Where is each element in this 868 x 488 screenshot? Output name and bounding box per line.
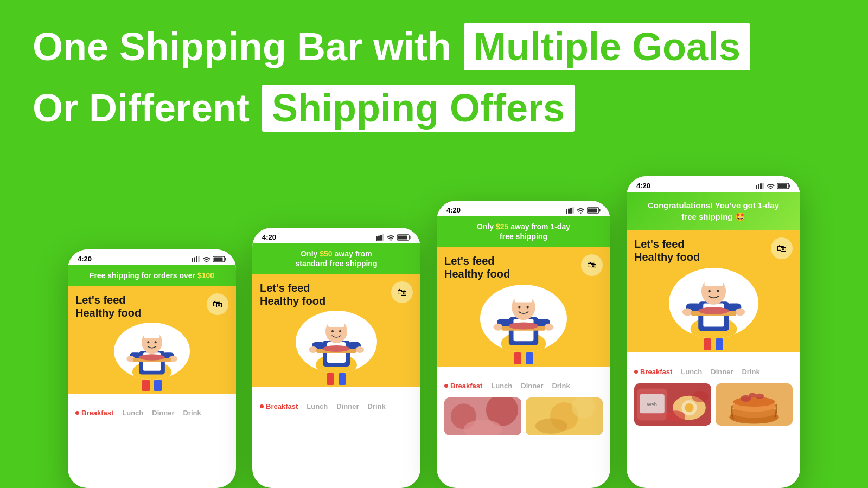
headline-highlight-1: Multiple Goals [462, 22, 752, 72]
svg-rect-47 [588, 208, 597, 212]
hero-title-2: Let's feedHealthy food [260, 281, 413, 307]
svg-point-37 [327, 314, 346, 322]
category-tabs-1: Breakfast Lunch Dinner Drink [68, 403, 236, 420]
svg-point-39 [339, 330, 341, 332]
phone-mockup-1: 4:20 Free shipping for orders over $100 … [68, 249, 236, 488]
cat-dinner-2[interactable]: Dinner [336, 402, 359, 410]
svg-rect-22 [378, 235, 380, 241]
cat-lunch-3[interactable]: Lunch [491, 382, 512, 390]
svg-rect-2 [196, 256, 197, 262]
category-tabs-2: Breakfast Lunch Dinner Drink [252, 397, 420, 414]
svg-point-54 [494, 324, 503, 331]
svg-point-108 [749, 393, 756, 397]
time-2: 4:20 [262, 233, 276, 241]
svg-point-107 [755, 394, 764, 399]
headline-prefix-2: Or Different [33, 87, 250, 130]
svg-rect-24 [382, 234, 384, 241]
svg-point-38 [331, 330, 334, 332]
cart-button-4[interactable]: 🛍 [771, 237, 793, 259]
cat-dinner-4[interactable]: Dinner [711, 368, 733, 376]
svg-rect-5 [214, 257, 223, 261]
cat-lunch-4[interactable]: Lunch [681, 368, 702, 376]
status-icons-4 [756, 183, 790, 189]
svg-point-87 [703, 272, 725, 281]
svg-point-20 [139, 354, 165, 360]
status-bar-1: 4:20 [68, 249, 236, 265]
svg-rect-76 [778, 184, 787, 188]
svg-rect-0 [192, 258, 193, 262]
banner-amount-2: $50 [320, 249, 332, 258]
cat-dinner-1[interactable]: Dinner [152, 409, 174, 417]
cat-lunch-1[interactable]: Lunch [122, 409, 143, 417]
cat-drink-4[interactable]: Drink [742, 368, 760, 376]
svg-rect-48 [599, 209, 601, 211]
svg-point-55 [544, 324, 553, 331]
shipping-banner-2: Only $50 away fromstandard free shipping [252, 243, 420, 274]
cat-lunch-2[interactable]: Lunch [307, 402, 328, 410]
svg-rect-21 [376, 236, 378, 241]
phones-section: 4:20 Free shipping for orders over $100 … [0, 160, 868, 488]
svg-rect-42 [566, 209, 567, 214]
svg-rect-74 [762, 183, 764, 189]
status-icons-3 [566, 207, 601, 214]
cat-breakfast-1[interactable]: Breakfast [75, 409, 113, 417]
svg-point-62 [509, 323, 538, 330]
svg-rect-77 [789, 184, 790, 187]
headline-line2: Or Different Shipping Offers [33, 83, 835, 133]
svg-rect-72 [758, 184, 760, 189]
hero-title-4: Let's feedHealthy food [634, 237, 793, 264]
time-3: 4:20 [446, 206, 461, 214]
svg-point-18 [155, 342, 157, 344]
category-tabs-3: Breakfast Lunch Dinner Drink [437, 376, 610, 393]
cat-breakfast-4[interactable]: Breakfast [634, 368, 672, 376]
status-icons-2 [376, 234, 411, 241]
svg-point-16 [143, 326, 161, 333]
svg-point-69 [535, 419, 567, 434]
shipping-banner-1: Free shipping for orders over $100 [68, 265, 236, 286]
svg-rect-6 [225, 258, 226, 260]
svg-rect-43 [568, 208, 570, 214]
banner-text-1: Free shipping for orders over $100 [90, 271, 214, 280]
svg-rect-1 [194, 257, 195, 262]
cat-breakfast-2[interactable]: Breakfast [260, 402, 298, 410]
svg-point-89 [717, 290, 719, 293]
svg-text:Web: Web [647, 402, 657, 407]
cat-drink-1[interactable]: Drink [183, 409, 201, 417]
cart-button-1[interactable]: 🛍 [207, 293, 228, 315]
hero-title-1: Let's feedHealthy food [75, 293, 228, 319]
svg-point-60 [526, 306, 528, 309]
cat-drink-2[interactable]: Drink [367, 402, 385, 410]
status-bar-4: 4:20 [627, 176, 800, 192]
svg-point-98 [685, 403, 693, 412]
svg-point-91 [698, 307, 729, 314]
status-bar-3: 4:20 [437, 201, 610, 216]
phone-mockup-4: 4:20 Congratulations! You've got 1-dayfr… [627, 176, 800, 488]
time-4: 4:20 [636, 182, 650, 190]
shipping-banner-congrats: Congratulations! You've got 1-dayfree sh… [627, 192, 800, 230]
svg-rect-23 [380, 235, 382, 241]
svg-point-17 [147, 342, 149, 344]
headline-section: One Shipping Bar with Multiple Goals Or … [0, 0, 868, 139]
cat-breakfast-3[interactable]: Breakfast [444, 382, 482, 390]
svg-rect-26 [398, 235, 407, 239]
svg-rect-71 [756, 185, 757, 189]
headline-highlight-2: Shipping Offers [260, 83, 576, 133]
status-icons-1 [192, 256, 226, 262]
svg-rect-45 [572, 207, 574, 214]
svg-point-34 [355, 346, 364, 353]
cat-dinner-3[interactable]: Dinner [521, 382, 543, 390]
banner-amount-1: $100 [197, 271, 214, 280]
svg-point-84 [735, 309, 745, 316]
svg-point-100 [692, 391, 709, 402]
svg-point-41 [323, 345, 350, 352]
banner-amount-3: $25 [496, 222, 508, 231]
svg-point-105 [733, 397, 775, 407]
phone-mockup-3: 4:20 Only $25 away from 1-dayfree shippi… [437, 201, 610, 488]
shipping-banner-3: Only $25 away from 1-dayfree shipping [437, 216, 610, 247]
headline-prefix-1: One Shipping Bar with [33, 25, 451, 68]
svg-rect-73 [760, 183, 762, 189]
svg-point-88 [708, 290, 711, 293]
svg-point-83 [682, 309, 692, 316]
svg-rect-3 [198, 256, 200, 262]
cat-drink-3[interactable]: Drink [552, 382, 570, 390]
